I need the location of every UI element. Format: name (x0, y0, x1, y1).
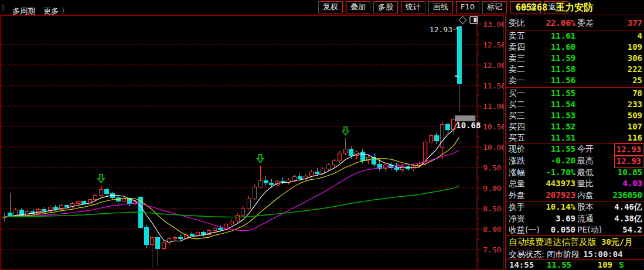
chart-border (1, 16, 504, 270)
toolbar-button-画线[interactable]: 画线 (428, 1, 453, 13)
candle-up (236, 215, 239, 221)
candle-up (292, 176, 296, 180)
price-label-text: 10.68 (456, 121, 481, 130)
toolbar-button-F10[interactable]: F10 (456, 1, 479, 13)
stat-value: -0.20 (551, 155, 575, 167)
candle-down (446, 125, 450, 130)
tick-side: S (619, 260, 623, 269)
axis-label: 10.50 (483, 122, 504, 131)
stat-label: 最低 (577, 167, 594, 179)
stat-value: 4.46亿 (614, 201, 642, 213)
sell-arrow-icon (342, 127, 349, 135)
level-volume: 78 (632, 88, 642, 99)
stat-value: 10.14% (546, 201, 575, 213)
stat-label: PE(动) (577, 224, 602, 236)
last-tick-row[interactable]: 14:55 11.55 109 S 8 (506, 260, 644, 269)
ask-row[interactable]: 卖四11.60109 (506, 42, 644, 53)
candle-up (77, 201, 80, 203)
ask-row[interactable]: 卖一11.5625 (506, 75, 644, 86)
axis-label: 11.00 (483, 102, 504, 111)
toolbar-button-复权[interactable]: 复权 (318, 1, 343, 13)
level-label: 卖二 (509, 64, 525, 75)
candle-up (258, 180, 262, 187)
stat-value: 4.38亿 (614, 213, 642, 225)
stat-label: 涨跌 (509, 155, 525, 167)
candle-down (65, 205, 69, 207)
axis-label: 12.00 (483, 61, 504, 70)
candle-up (37, 209, 40, 213)
candle-up (326, 165, 330, 169)
stat-label: 流通 (577, 213, 594, 225)
weibi-label: 委比 (509, 15, 525, 30)
diamond-icon[interactable] (459, 16, 466, 24)
candle-up (99, 190, 103, 196)
candle-up (429, 135, 432, 142)
candle-down (8, 213, 12, 216)
level-price: 11.60 (551, 42, 575, 53)
top-bar: 〉 多周期 更多 〉 复权叠加多股统计画线F10标记+自选返回 605268 王… (0, 0, 644, 15)
stat-value: 0.050 (551, 224, 575, 236)
level-volume: 509 (628, 110, 642, 121)
level-label: 卖三 (509, 53, 525, 64)
ask-row[interactable]: 卖三11.59306 (506, 53, 644, 64)
multi-period-menu[interactable]: 多周期 (12, 6, 35, 15)
candle-down (264, 180, 268, 183)
toolbar-button-标记[interactable]: 标记 (482, 1, 507, 13)
candle-down (156, 237, 160, 249)
axis-label: 8.00 (483, 225, 501, 234)
candle-up (247, 199, 251, 209)
stat-value: 207923 (546, 190, 575, 201)
more-menu[interactable]: 更多 〉 (43, 6, 69, 15)
toolbar-button-统计[interactable]: 统计 (401, 1, 425, 13)
ask-row[interactable]: 卖五11.614 (506, 30, 644, 42)
axis-label: 7.50 (483, 245, 501, 254)
stat-row: 收益(一)0.050PE(动)54.2 (506, 224, 644, 236)
level-label: 买一 (509, 88, 525, 99)
ask-row[interactable]: 卖二11.58222 (506, 64, 644, 75)
stat-value: 12.93 (614, 155, 643, 168)
stat-label: 收益(一) (509, 224, 540, 236)
level-price: 11.55 (551, 88, 575, 99)
stat-label: 股本 (577, 201, 594, 213)
level-label: 卖四 (509, 42, 525, 53)
candle-down (105, 190, 109, 194)
candle-down (270, 183, 274, 185)
level-label: 买二 (509, 99, 525, 110)
subscription-banner[interactable]: 自动续费通达信普及版30元/月 (506, 236, 644, 248)
axis-label: 9.50 (483, 163, 501, 172)
candle-down (360, 152, 364, 160)
candle-down (179, 237, 183, 239)
level-volume: 109 (628, 42, 642, 53)
weicha-value: 377 (628, 15, 642, 30)
candle-down (82, 201, 86, 204)
level-volume: 116 (628, 132, 642, 143)
stat-value: 443973 (546, 178, 575, 190)
stat-value: -1.70% (546, 167, 575, 179)
level-volume: 222 (628, 64, 642, 75)
bid-row[interactable]: 买五11.51116 (506, 132, 644, 143)
bid-row[interactable]: 买一11.5578 (506, 88, 644, 99)
kline-chart[interactable]: 13.0012.5012.0011.5011.0010.5010.009.509… (0, 15, 504, 270)
bid-row[interactable]: 买四11.52107 (506, 121, 644, 132)
stock-name: 王力安防 (556, 2, 593, 13)
toolbar-button-多股[interactable]: 多股 (373, 1, 398, 13)
candle-up (25, 212, 29, 216)
candle-up (173, 237, 177, 239)
weicha-label: 委差 (577, 15, 594, 30)
stat-row: 外盘207923内盘236050 (506, 190, 644, 201)
stats-section-a: 现价11.55今开12.93涨跌-0.20最高12.93涨幅-1.70%最低10… (506, 143, 644, 201)
bid-row[interactable]: 买二11.54233 (506, 99, 644, 110)
bid-row[interactable]: 买三11.53509 (506, 110, 644, 121)
level-volume: 233 (628, 99, 642, 110)
candle-down (434, 135, 438, 141)
candle-up (338, 153, 342, 161)
level-price: 11.53 (551, 110, 575, 121)
stat-label: 涨幅 (509, 167, 525, 179)
candle-down (394, 168, 398, 170)
candle-up (332, 161, 336, 165)
stat-row: 涨幅-1.70%最低10.85 (506, 167, 644, 179)
level-label: 卖一 (509, 75, 525, 86)
stat-row: 总量443973量比4.03 (506, 178, 644, 190)
toolbar-button-叠加[interactable]: 叠加 (346, 1, 370, 13)
stat-label: 净资 (509, 213, 525, 225)
